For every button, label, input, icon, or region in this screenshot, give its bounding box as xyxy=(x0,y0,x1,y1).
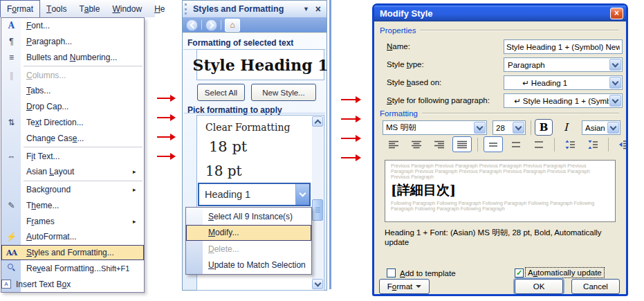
context-menu-item-modify[interactable]: Modify... xyxy=(186,225,311,241)
menu-item-label: Columns... xyxy=(21,71,129,80)
menubar-item-window[interactable]: Window xyxy=(106,0,148,17)
script-select[interactable]: Asian xyxy=(582,120,620,135)
chevron-down-icon[interactable] xyxy=(513,122,524,134)
automatically-update-checkbox[interactable]: ✓ xyxy=(515,268,524,277)
cancel-button[interactable]: Cancel xyxy=(571,279,620,294)
double-spacing-icon[interactable] xyxy=(529,136,549,152)
scroll-up-icon[interactable] xyxy=(312,116,323,127)
style-following-select[interactable]: ↵ Style Heading 1 + (Symbol xyxy=(504,93,623,108)
one-half-spacing-icon[interactable] xyxy=(506,136,526,152)
chevron-down-icon[interactable] xyxy=(609,77,621,89)
align-justify-icon[interactable] xyxy=(452,136,472,152)
add-to-template-label[interactable]: Add to template xyxy=(400,269,456,277)
style-dropdown-icon[interactable] xyxy=(295,184,309,205)
context-menu-item-update-to-match-selection[interactable]: Update to Match Selection xyxy=(186,257,311,274)
menu-item-label: Frames xyxy=(21,217,129,226)
menu-item-autoformat[interactable]: ⚡AutoFormat... xyxy=(1,229,144,245)
task-pane-title: Styles and Formatting xyxy=(193,4,284,14)
align-left-icon[interactable] xyxy=(384,136,403,152)
menu-item-label: Text Direction... xyxy=(21,118,129,127)
decrease-indent-icon[interactable] xyxy=(614,136,628,152)
menu-item-background[interactable]: Background▸ xyxy=(1,182,144,198)
submenu-arrow-icon: ▸ xyxy=(133,218,141,225)
menu-item-styles-and-formatting[interactable]: AAStyles and Formatting... xyxy=(1,245,144,261)
bold-button[interactable]: B xyxy=(535,119,553,136)
menubar-item-tools[interactable]: Tools xyxy=(40,0,73,17)
section-formatting-of-selected-text: Formatting of selected text xyxy=(187,38,326,48)
menu-separator xyxy=(24,181,142,181)
window-edge xyxy=(329,0,331,289)
automatically-update-label[interactable]: Automatically update xyxy=(526,268,604,277)
styles-icon: AA xyxy=(1,248,21,257)
menu-item-reveal-formatting[interactable]: Reveal Formatting...Shift+F1 xyxy=(1,260,144,276)
style-following-label: Style for following paragraph: xyxy=(387,96,490,104)
list-item-heading1-selected[interactable]: Heading 1 xyxy=(198,183,311,206)
font-size-select[interactable]: 28 xyxy=(493,120,526,135)
style-type-select[interactable]: Paragraph xyxy=(504,57,623,72)
menubar-item-format[interactable]: Format xyxy=(0,0,40,17)
style-preview-box: Previous Paragraph Previous Paragraph Pr… xyxy=(385,160,616,222)
menu-item-paragraph[interactable]: ¶Paragraph... xyxy=(1,34,144,50)
properties-group-label: Properties xyxy=(380,26,416,35)
list-scrollbar[interactable] xyxy=(312,116,323,289)
pane-menu-caret-icon[interactable]: ▼ xyxy=(298,6,314,12)
menu-item-columns[interactable]: ∥Columns... xyxy=(1,67,144,83)
columns-icon: ∥ xyxy=(1,71,21,80)
list-item-18pt-2[interactable]: 18 pt xyxy=(205,163,242,179)
menubar-item-table[interactable]: Table xyxy=(73,0,106,17)
style-based-on-select[interactable]: ↵ Heading 1 xyxy=(504,75,623,90)
menu-item-change-case[interactable]: Change Case... xyxy=(1,130,144,146)
red-arrow xyxy=(157,156,171,157)
menu-item-drop-cap[interactable]: Drop Cap... xyxy=(1,99,144,115)
red-arrow xyxy=(341,99,356,100)
red-arrow xyxy=(157,98,171,99)
ok-button[interactable]: OK xyxy=(515,279,563,294)
font-name-select[interactable]: MS 明朝 xyxy=(383,120,487,135)
menu-item-text-direction[interactable]: ⇅Text Direction... xyxy=(1,115,144,131)
decrease-paragraph-spacing-icon[interactable] xyxy=(583,136,602,152)
chevron-down-icon[interactable] xyxy=(609,59,621,71)
menu-item-asian-layout[interactable]: Asian Layout▸ xyxy=(1,164,144,180)
scrollbar-thumb[interactable] xyxy=(312,199,323,221)
menu-item-font[interactable]: AFont... xyxy=(1,18,144,34)
single-spacing-icon[interactable] xyxy=(484,136,503,152)
menu-item-tabs[interactable]: Tabs... xyxy=(1,83,144,99)
back-icon[interactable] xyxy=(186,19,198,31)
style-context-menu: Select All 9 Instance(s)Modify...Delete.… xyxy=(185,207,312,275)
red-arrow xyxy=(341,118,356,120)
menu-item-theme[interactable]: ✎Theme... xyxy=(1,197,144,213)
style-type-label: Style type: xyxy=(387,60,424,69)
menu-item-frames[interactable]: Frames▸ xyxy=(1,213,144,229)
italic-button[interactable]: I xyxy=(557,119,575,136)
pane-close-icon[interactable]: × xyxy=(314,3,326,15)
menubar-item-help[interactable]: He xyxy=(148,0,171,17)
menu-item-fit-text[interactable]: ⇔Fit Text... xyxy=(1,148,144,164)
style-based-on-label: Style based on: xyxy=(387,78,441,86)
menu-item-label: Styles and Formatting... xyxy=(21,248,129,257)
menu-item-bullets-and-numbering[interactable]: ≡Bullets and Numbering... xyxy=(1,50,144,66)
forward-icon[interactable] xyxy=(205,19,217,31)
list-item-18pt[interactable]: 18 pt xyxy=(209,138,247,155)
chevron-down-icon[interactable] xyxy=(607,122,619,134)
text-box-icon: A xyxy=(1,280,11,289)
home-icon[interactable]: ⌂ xyxy=(225,19,240,32)
select-all-button[interactable]: Select All xyxy=(197,84,245,101)
format-button[interactable]: Format xyxy=(379,279,430,294)
chevron-down-icon[interactable] xyxy=(609,95,621,107)
menu-item-label: Fit Text... xyxy=(21,152,129,161)
align-right-icon[interactable] xyxy=(430,136,449,152)
context-menu-item-delete[interactable]: Delete... xyxy=(186,241,311,257)
context-menu-item-select-all-9-instance-s[interactable]: Select All 9 Instance(s) xyxy=(186,208,311,225)
scroll-down-icon[interactable] xyxy=(312,279,323,289)
chevron-down-icon[interactable] xyxy=(474,122,486,134)
list-item-clear-formatting[interactable]: Clear Formatting xyxy=(205,122,290,133)
add-to-template-checkbox[interactable] xyxy=(387,268,396,277)
name-input[interactable] xyxy=(504,39,623,54)
drag-handle-icon[interactable] xyxy=(185,3,189,15)
align-center-icon[interactable] xyxy=(407,136,426,152)
close-icon[interactable]: × xyxy=(610,8,623,19)
new-style-button[interactable]: New Style... xyxy=(251,84,316,101)
menu-item-insert-text-box[interactable]: AInsert Text Box xyxy=(1,276,144,292)
increase-paragraph-spacing-icon[interactable] xyxy=(560,136,580,152)
previous-paragraph-text: Previous Paragraph Previous Paragraph Pr… xyxy=(391,163,609,180)
